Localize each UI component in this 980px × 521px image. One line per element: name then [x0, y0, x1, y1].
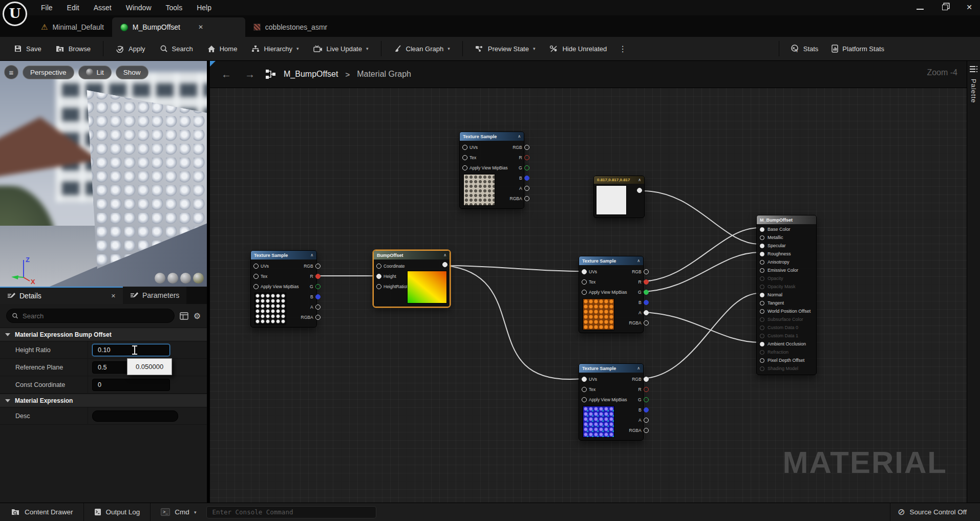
pin-height[interactable] — [376, 274, 381, 279]
details-search-box[interactable] — [6, 309, 175, 323]
pin-rgba[interactable] — [644, 320, 649, 325]
lit-mode-button[interactable]: Lit — [78, 66, 112, 79]
pin-tex[interactable] — [582, 279, 587, 285]
toolbar-overflow-kebab[interactable]: ⋮ — [614, 42, 631, 56]
hide-unrelated-button[interactable]: Hide Unrelated — [543, 41, 613, 56]
pin-rgb[interactable] — [315, 264, 321, 269]
menu-tools[interactable]: Tools — [160, 2, 189, 14]
pin-a[interactable] — [644, 418, 649, 423]
preview-state-button[interactable]: Preview State ▾ — [468, 41, 542, 56]
pin-a[interactable] — [644, 310, 649, 315]
material-pin-emissive-color[interactable]: Emissive Color — [757, 266, 816, 274]
material-pin-ambient-occlusion[interactable]: Ambient Occlusion — [757, 340, 816, 348]
pin-r[interactable] — [524, 155, 529, 160]
bump-offset-node[interactable]: BumpOffset∧ Coordinate Height HeightRati… — [373, 250, 450, 307]
pin-tex[interactable] — [582, 387, 587, 392]
output-log-button[interactable]: Output Log — [89, 503, 145, 521]
menu-asset[interactable]: Asset — [88, 2, 118, 14]
texture-sample-node-top[interactable]: Texture Sample∧ UVs Tex Apply View MipBi… — [459, 132, 524, 209]
stats-button[interactable]: i Stats — [784, 41, 825, 56]
pin-rgba[interactable] — [315, 315, 321, 320]
section-material-expression-bump-offset[interactable]: Material Expression Bump Offset — [0, 328, 207, 341]
pin-rgb[interactable] — [644, 269, 649, 274]
constant-vector-node[interactable]: 0.817,0.817,0.817∧ — [593, 176, 645, 218]
tab-details[interactable]: Details ✕ — [0, 287, 123, 304]
shape-cylinder-button[interactable] — [155, 273, 165, 284]
pin-b[interactable] — [644, 300, 649, 305]
palette-sidebar[interactable]: Palette — [967, 61, 980, 503]
perspective-button[interactable]: Perspective — [23, 66, 74, 79]
pin-rgba[interactable] — [644, 428, 649, 433]
cmd-dropdown-button[interactable]: >_ Cmd ▾ — [156, 503, 201, 521]
hierarchy-button[interactable]: Hierarchy ▾ — [245, 41, 305, 56]
show-button[interactable]: Show — [116, 66, 148, 79]
menu-edit[interactable]: Edit — [61, 2, 86, 14]
pin-b[interactable] — [644, 407, 649, 413]
pin-tex[interactable] — [253, 274, 259, 279]
pin-uvs[interactable] — [582, 377, 587, 382]
pin-uvs[interactable] — [253, 264, 259, 269]
pin-r[interactable] — [315, 274, 321, 279]
breadcrumb-root[interactable]: M_BumpOffset — [284, 70, 338, 79]
pin-g[interactable] — [315, 284, 321, 289]
preview-viewport[interactable]: ≡ Perspective Lit Show Z X — [0, 61, 207, 287]
unreal-logo-icon[interactable]: U — [3, 2, 27, 26]
pin-coordinate[interactable] — [376, 264, 381, 269]
pin-rgba[interactable] — [524, 196, 529, 201]
maximize-button[interactable] — [939, 2, 950, 12]
material-pin-anisotropy[interactable]: Anisotropy — [757, 258, 816, 266]
pin-r[interactable] — [644, 387, 649, 392]
home-button[interactable]: Home — [201, 41, 244, 56]
platform-stats-button[interactable]: Platform Stats — [825, 41, 891, 56]
pin-a[interactable] — [315, 305, 321, 310]
pin-rgb[interactable] — [524, 145, 529, 150]
material-pin-specular[interactable]: Specular — [757, 242, 816, 250]
material-pin-tangent[interactable]: Tangent — [757, 299, 816, 307]
clean-graph-button[interactable]: Clean Graph ▾ — [387, 41, 457, 56]
pin-uvs[interactable] — [462, 145, 467, 150]
pin-heightratioinput[interactable] — [376, 284, 381, 289]
menu-help[interactable]: Help — [190, 2, 218, 14]
gear-icon[interactable]: ⚙ — [194, 311, 201, 321]
pin-constant-output[interactable] — [637, 188, 642, 193]
material-pin-world-position-offset[interactable]: World Position Offset — [757, 307, 816, 315]
pin-r[interactable] — [644, 279, 649, 285]
shape-plane-button[interactable] — [180, 273, 191, 284]
source-control-button[interactable]: ⊘ Source Control Off — [890, 507, 974, 517]
minimize-button[interactable] — [914, 2, 926, 12]
material-pin-metallic[interactable]: Metallic — [757, 233, 816, 242]
shape-sphere-button[interactable] — [167, 273, 178, 284]
close-button[interactable]: ✕ — [964, 2, 975, 12]
pin-a[interactable] — [524, 186, 529, 191]
tab-m-bumpoffset[interactable]: M_BumpOffset ✕ — [112, 17, 245, 37]
texture-sample-node-height[interactable]: Texture Sample∧ UVs Tex Apply View MipBi… — [250, 250, 317, 328]
back-arrow-button[interactable]: ← — [218, 69, 235, 80]
tab-parameters[interactable]: Parameters — [123, 287, 186, 304]
apply-button[interactable]: Apply — [109, 41, 152, 56]
pin-tex[interactable] — [462, 155, 467, 160]
pin-b[interactable] — [524, 176, 529, 181]
collapse-caret-icon[interactable]: ∧ — [310, 253, 313, 257]
pin-b[interactable] — [315, 294, 321, 299]
const-coordinate-input[interactable] — [92, 379, 170, 391]
tab-minimal-default[interactable]: ⚠ Minimal_Default — [33, 17, 112, 37]
search-button[interactable]: Search — [153, 41, 200, 56]
menu-file[interactable]: File — [35, 2, 59, 14]
pin-bumpoffset-output[interactable] — [442, 262, 448, 267]
material-pin-roughness[interactable]: Roughness — [757, 250, 816, 258]
collapse-caret-icon[interactable]: ∧ — [518, 134, 521, 139]
pin-rgb[interactable] — [644, 377, 649, 382]
pin-uvs[interactable] — [582, 269, 587, 274]
section-material-expression[interactable]: Material Expression — [0, 394, 207, 407]
shape-teapot-button[interactable] — [193, 273, 204, 284]
live-update-button[interactable]: Live Update ▾ — [307, 41, 375, 56]
menu-window[interactable]: Window — [120, 2, 158, 14]
collapse-caret-icon[interactable]: ∧ — [637, 366, 640, 371]
details-search-input[interactable] — [23, 312, 169, 320]
console-command-input[interactable] — [206, 506, 376, 518]
tab-cobblestones-asmr[interactable]: cobblestones_asmr — [245, 17, 335, 37]
pin-g[interactable] — [644, 290, 649, 295]
pin-g[interactable] — [644, 397, 649, 402]
browse-button[interactable]: Browse — [49, 41, 97, 56]
viewport-menu-button[interactable]: ≡ — [4, 65, 18, 79]
